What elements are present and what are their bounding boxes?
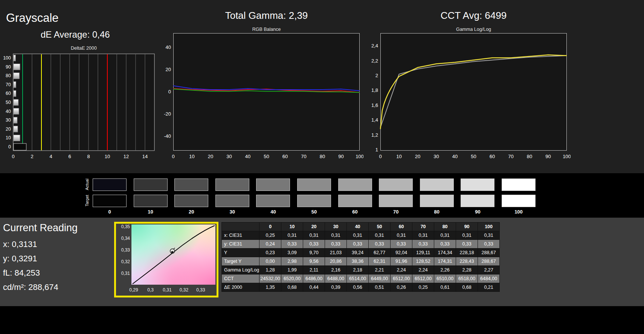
table-cell: 129,11 (412, 249, 434, 257)
axis-tick-label: 100 (356, 154, 363, 159)
reading-cdm2-value: cd/m²: 288,674 (3, 282, 58, 292)
cie-y-tick: 0,32 (116, 259, 130, 264)
de-average-label: dE Average: 0,46 (41, 29, 110, 40)
table-cell: 0,31 (369, 231, 391, 240)
axis-tick-label: 0 (172, 154, 174, 159)
table-cell: 0,33 (412, 240, 434, 249)
rgb-balance-chart-title: RGB Balance (173, 27, 360, 32)
swatch-actual-0 (93, 178, 127, 191)
reading-x-value: x: 0,3131 (3, 239, 37, 249)
axis-tick-label: 1,8 (371, 87, 378, 93)
table-cell: 0,31 (391, 231, 412, 240)
axis-tick-label: 20 (6, 127, 11, 132)
swatch-actual-60 (338, 178, 372, 191)
swatch-actual-70 (379, 178, 413, 191)
swatch-level-label: 100 (502, 209, 536, 215)
table-corner-cell (222, 223, 259, 231)
axis-tick-label: 100 (563, 154, 571, 159)
swatch-actual-100 (502, 178, 536, 191)
axis-tick-label: 10 (105, 154, 110, 159)
row-label: ΔE 2000 (222, 283, 259, 292)
table-cell: 0,33 (434, 240, 456, 249)
axis-tick-label: 40 (245, 154, 250, 159)
table-cell: 0,68 (456, 283, 478, 292)
table-cell: 0,61 (434, 283, 456, 292)
swatch-actual-80 (420, 178, 454, 191)
table-cell: 2,21 (369, 266, 391, 275)
deltae-bar-70 (14, 82, 16, 88)
table-cell: 0,31 (347, 231, 369, 240)
swatch-target-10 (134, 195, 168, 207)
swatch-actual-40 (256, 178, 290, 191)
table-column-header: 60 (391, 223, 412, 231)
table-column-header: 80 (434, 223, 456, 231)
axis-tick-label: 2,4 (371, 43, 378, 49)
table-row: ΔE 20001,350,680,440,390,560,510,260,250… (222, 283, 500, 292)
row-label: CCT (222, 275, 259, 283)
swatch-target-70 (379, 195, 413, 207)
table-cell: 6449,00 (369, 275, 391, 283)
table-cell: 0,33 (347, 240, 369, 249)
table-cell: 2,16 (325, 266, 347, 275)
axis-tick-label: -40 (164, 133, 171, 139)
axis-tick-label: 60 (6, 91, 11, 96)
page-title: Grayscale (6, 11, 59, 25)
table-cell: 174,31 (434, 257, 456, 266)
table-cell: 6486,00 (303, 275, 325, 283)
table-cell: 3,09 (281, 249, 303, 257)
axis-tick-label: 10 (6, 135, 11, 140)
table-cell: 9,70 (303, 249, 325, 257)
axis-tick-label: 0 (379, 154, 382, 159)
swatch-target-30 (215, 195, 249, 207)
table-cell: 39,24 (347, 249, 369, 257)
axis-tick-label: 4 (49, 154, 52, 159)
swatch-level-label: 20 (174, 209, 208, 215)
deltae-bar-40 (14, 108, 19, 114)
table-cell: 0,26 (391, 283, 412, 292)
axis-tick-label: 70 (508, 154, 513, 159)
swatch-level-label: 90 (461, 209, 494, 215)
table-cell: 91,96 (391, 257, 412, 266)
swatch-level-label: 10 (134, 209, 168, 215)
swatch-level-label: 40 (256, 209, 290, 215)
deltae-bar-80 (14, 73, 19, 79)
table-cell: 6488,00 (325, 275, 347, 283)
cie-x-tick: 0,32 (177, 287, 191, 293)
swatch-target-60 (338, 195, 372, 207)
table-column-header: 50 (369, 223, 391, 231)
table-cell: 0,33 (478, 240, 500, 249)
axis-tick-label: 100 (3, 55, 11, 61)
swatch-grid: 0102030405060708090100 (0, 173, 644, 218)
deltae-bar-0 (14, 143, 26, 150)
plot-area (381, 34, 567, 151)
table-cell: 6484,00 (478, 275, 500, 283)
axis-tick-label: 80 (320, 154, 325, 159)
table-row: CCT24532,006520,006486,006488,006514,006… (222, 275, 500, 283)
axis-tick-label: 8 (87, 154, 90, 159)
table-cell: 288,67 (478, 249, 500, 257)
cie-chromaticity-box: 0,350,340,330,320,310,290,30,310,320,33 (114, 222, 218, 297)
cie-x-tick: 0,3 (144, 287, 157, 293)
axis-tick-label: 10 (189, 154, 194, 159)
swatch-level-label: 70 (379, 209, 413, 215)
cie-x-tick: 0,33 (194, 287, 208, 293)
table-cell: 0,00 (259, 257, 281, 266)
deltae-bar-90 (14, 64, 20, 70)
table-column-header: 100 (478, 223, 500, 231)
axis-tick-label: 2 (375, 73, 378, 78)
table-cell: 0,51 (369, 283, 391, 292)
table-cell: 2,11 (303, 266, 325, 275)
deltae-bar-50 (14, 99, 18, 105)
current-reading-title: Current Reading (3, 222, 78, 234)
table-column-header: 30 (325, 223, 347, 231)
table-cell: 0,21 (478, 283, 500, 292)
table-cell: 1,28 (259, 266, 281, 275)
cct-avg-label: CCT Avg: 6499 (380, 10, 567, 21)
table-cell: 228,43 (456, 257, 478, 266)
axis-tick-label: 40 (166, 44, 171, 50)
table-cell: 0,44 (303, 283, 325, 292)
deltae-bar-60 (14, 90, 16, 96)
table-column-header: 10 (281, 223, 303, 231)
swatch-target-0 (93, 195, 127, 207)
swatch-actual-20 (174, 178, 208, 191)
